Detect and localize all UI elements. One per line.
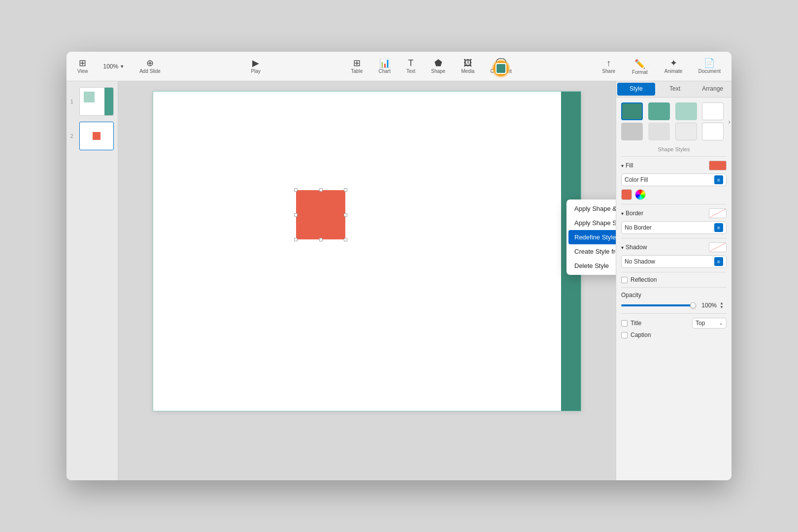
handle-top-left[interactable] xyxy=(294,188,298,192)
reflection-row: Reflection xyxy=(621,276,727,283)
handle-top-mid[interactable] xyxy=(319,188,323,192)
color-swatch-small[interactable] xyxy=(621,189,632,200)
context-apply-shape-only[interactable]: Apply Shape Style Only xyxy=(566,216,616,230)
shadow-label-row: ▾ Shadow xyxy=(621,244,647,251)
share-icon: ↑ xyxy=(606,59,611,67)
view-button[interactable]: ⊞ View xyxy=(74,57,91,76)
zoom-control[interactable]: 100% ▼ xyxy=(101,62,127,71)
shadow-type-btn[interactable]: ≡ xyxy=(714,257,723,266)
stepper-down[interactable]: ▼ xyxy=(720,305,727,309)
slide1-green-bar xyxy=(104,88,113,115)
play-button[interactable]: ▶ Play xyxy=(248,57,264,76)
text-icon: T xyxy=(408,59,414,67)
shape-styles-label: Shape Styles xyxy=(621,146,727,152)
border-type-row: No Border ≡ xyxy=(621,221,727,234)
context-delete-style[interactable]: Delete Style xyxy=(566,259,616,273)
style-cell-7[interactable] xyxy=(675,123,697,140)
handle-mid-right[interactable] xyxy=(344,213,347,217)
canvas-shape[interactable] xyxy=(296,190,345,239)
style-cell-4[interactable] xyxy=(702,102,724,120)
style-cell-5[interactable] xyxy=(621,123,643,140)
shape-icon: ⬟ xyxy=(434,59,442,67)
style-grid: › xyxy=(621,102,727,140)
fill-header[interactable]: ▾ Fill xyxy=(621,161,727,170)
tab-style[interactable]: Style xyxy=(617,83,655,96)
fill-type-btn[interactable]: ≡ xyxy=(714,175,723,184)
fill-swatch[interactable] xyxy=(709,161,727,170)
handle-mid-left[interactable] xyxy=(294,213,298,217)
zoom-chevron: ▼ xyxy=(120,64,124,69)
border-swatch[interactable] xyxy=(709,208,727,218)
chart-button[interactable]: 📊 Chart xyxy=(375,57,393,76)
shadow-swatch[interactable] xyxy=(709,242,727,252)
handle-bot-right[interactable] xyxy=(344,238,347,241)
caption-checkbox[interactable] xyxy=(621,332,628,338)
text-button[interactable]: T Text xyxy=(403,57,418,76)
slide1-light-green xyxy=(84,92,95,102)
format-indicator xyxy=(493,61,509,76)
format-area: ✏️ Format xyxy=(628,56,652,77)
shape-button[interactable]: ⬟ Shape xyxy=(428,57,448,76)
chart-icon: 📊 xyxy=(379,59,390,67)
zoom-value: 100% xyxy=(103,63,119,70)
handle-bot-mid[interactable] xyxy=(319,238,323,241)
border-label-row: ▾ Border xyxy=(621,210,643,217)
shadow-type-label: No Shadow xyxy=(625,258,655,265)
document-button[interactable]: 📄 Document xyxy=(695,57,724,76)
shadow-type-select[interactable]: No Shadow ≡ xyxy=(621,255,727,268)
slide-1-preview xyxy=(79,87,114,116)
border-type-select[interactable]: No Border ≡ xyxy=(621,221,727,234)
tab-text[interactable]: Text xyxy=(656,81,694,97)
play-icon: ▶ xyxy=(252,59,259,67)
view-icon: ⊞ xyxy=(79,59,86,67)
table-button[interactable]: ⊞ Table xyxy=(348,57,366,76)
title-caption-section: Title Top ⌄ Caption xyxy=(621,318,727,338)
style-nav-arrow[interactable]: › xyxy=(728,118,731,126)
fill-type-row: Color Fill ≡ xyxy=(621,173,727,186)
color-wheel[interactable] xyxy=(635,189,646,200)
opacity-label: Opacity xyxy=(621,292,727,299)
fill-section: ▾ Fill Color Fill ≡ xyxy=(621,161,727,200)
border-type-btn[interactable]: ≡ xyxy=(714,223,723,232)
handle-bot-left[interactable] xyxy=(294,238,298,241)
shadow-header[interactable]: ▾ Shadow xyxy=(621,242,727,252)
handle-top-right[interactable] xyxy=(344,188,347,192)
style-cell-6[interactable] xyxy=(648,123,670,140)
canvas-area[interactable]: Apply Shape & Text Style Apply Shape Sty… xyxy=(118,81,616,480)
table-icon: ⊞ xyxy=(353,59,361,67)
animate-button[interactable]: ✦ Animate xyxy=(662,57,686,76)
border-chevron: ▾ xyxy=(621,211,624,216)
divider-1 xyxy=(621,156,727,157)
tab-arrange[interactable]: Arrange xyxy=(694,81,732,97)
opacity-section: Opacity 100% ▲ ▼ xyxy=(621,292,727,309)
opacity-stepper[interactable]: ▲ ▼ xyxy=(720,301,727,309)
context-menu: Apply Shape & Text Style Apply Shape Sty… xyxy=(566,200,616,275)
add-slide-button[interactable]: ⊕ Add Slide xyxy=(136,57,164,76)
opacity-value: 100% xyxy=(699,302,717,309)
border-header[interactable]: ▾ Border xyxy=(621,208,727,218)
context-create-style[interactable]: Create Style from Image xyxy=(566,244,616,259)
format-circle-inner xyxy=(496,63,506,74)
reflection-checkbox[interactable] xyxy=(621,277,628,283)
right-panel-content: › Shape Styles ▾ Fill Color xyxy=(616,98,732,480)
title-checkbox[interactable] xyxy=(621,320,628,327)
context-redefine-style[interactable]: Redefine Style from Selection xyxy=(568,230,616,244)
title-position-select[interactable]: Top ⌄ xyxy=(692,318,727,329)
opacity-slider[interactable] xyxy=(621,304,696,306)
media-button[interactable]: 🖼 Media xyxy=(458,57,477,76)
style-cell-2[interactable] xyxy=(648,102,670,120)
context-apply-shape-text[interactable]: Apply Shape & Text Style xyxy=(566,201,616,216)
toolbar: ⊞ View 100% ▼ ⊕ Add Slide ▶ Play ⊞ Table… xyxy=(66,52,732,81)
format-button[interactable]: ✏️ Format xyxy=(628,56,652,77)
style-cell-8[interactable] xyxy=(702,123,724,140)
divider-4 xyxy=(621,272,727,272)
fill-type-select[interactable]: Color Fill ≡ xyxy=(621,173,727,186)
style-cell-1[interactable] xyxy=(621,102,643,120)
share-button[interactable]: ↑ Share xyxy=(599,57,618,76)
opacity-thumb[interactable] xyxy=(690,302,696,308)
style-cell-3[interactable] xyxy=(675,102,697,120)
title-position: Top xyxy=(696,320,705,327)
caption-row: Caption xyxy=(621,332,727,338)
slide-thumb-2[interactable]: 2 xyxy=(69,121,115,151)
slide-thumb-1[interactable]: 1 xyxy=(69,86,115,117)
